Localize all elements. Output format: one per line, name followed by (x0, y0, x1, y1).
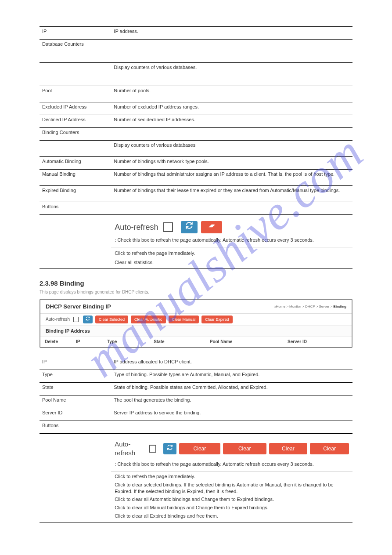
refresh-button[interactable] (181, 221, 198, 233)
refresh-desc: Click to refresh the page immediately. (111, 247, 352, 259)
col-poolname: Pool Name (205, 337, 283, 347)
panel-clear-expired-button[interactable]: Clear Expired (201, 316, 233, 323)
row-state-desc: State of binding. Possible states are Co… (111, 382, 352, 395)
row-decl-label: Declined IP Address (40, 115, 111, 128)
buttons-blank (40, 215, 111, 269)
row-expired-label: Expired Binding (40, 186, 111, 202)
buttons-head: Buttons (40, 421, 352, 433)
binding-panel: DHCP Server Binding IP ⌂Home > Monitor >… (40, 299, 352, 348)
clear-selected-button[interactable]: Clear Selected (179, 443, 220, 454)
dbcounters-blank (40, 63, 111, 86)
autorefresh-checkbox[interactable] (149, 445, 156, 453)
buttons-head: Buttons (40, 202, 352, 215)
bindcounters-desc: Display counters of various databases (111, 141, 352, 157)
clear-manual-button[interactable]: Clear Manual (269, 443, 308, 454)
field-table: IPIP address allocated to DHCP client. T… (40, 357, 352, 522)
row-serverid-label: Server ID (40, 408, 111, 421)
clear-expired-button[interactable]: Clear Expired (310, 443, 349, 454)
autorefresh-label: Auto-refresh (115, 222, 158, 232)
refresh-icon (86, 316, 90, 324)
col-type: Type (103, 337, 149, 347)
autorefresh-desc: : Check this box to refresh the page aut… (115, 461, 313, 467)
bindcounters-blank (40, 141, 111, 157)
toolbar-autorefresh: Auto-refresh (115, 218, 349, 237)
section-title: 2.3.98 Binding (40, 279, 352, 287)
eraser-icon (207, 221, 216, 234)
row-pool-label: Pool Name (40, 395, 111, 408)
autorefresh-desc: : Check this box to refresh the page aut… (115, 237, 313, 243)
row-manual-desc: Number of bindings that administrator as… (111, 170, 352, 186)
buttons-blank (40, 433, 111, 522)
row-state-label: State (40, 382, 111, 395)
clear-selected-desc: Click to clear selected bindings. If the… (111, 482, 352, 497)
refresh-icon (167, 443, 173, 454)
row-expired-desc: Number of bindings that their lease time… (111, 186, 352, 202)
row-auto-desc: Number of bindings with network-type poo… (111, 157, 352, 170)
row-pool-label: Pool (40, 86, 111, 102)
autorefresh-label: Auto-refresh (115, 440, 145, 458)
erase-button[interactable] (201, 221, 222, 233)
row-manual-label: Manual Binding (40, 170, 111, 186)
col-serverid: Server ID (283, 337, 352, 347)
row-decl-desc: Number of sec declined IP addresses. (111, 115, 352, 128)
dbcounters-head: Database Counters (40, 40, 352, 63)
panel-refresh-button[interactable] (83, 316, 93, 323)
panel-clear-selected-button[interactable]: Clear Selected (95, 316, 128, 323)
clear-automatic-desc: Click to clear all Automatic bindings an… (111, 496, 352, 504)
row-ip-desc: IP address allocated to DHCP client. (111, 357, 352, 370)
panel-autorefresh-checkbox[interactable] (73, 317, 79, 322)
panel-autorefresh-label: Auto-refresh (46, 317, 70, 322)
erase-desc: Clear all statistics. (111, 259, 352, 268)
refresh-icon (185, 221, 193, 234)
panel-subhead: Binding IP Address (40, 326, 352, 337)
panel-title: DHCP Server Binding IP (46, 303, 111, 310)
row-auto-label: Automatic Binding (40, 157, 111, 170)
clear-automatic-button[interactable]: Clear Automatic (223, 443, 266, 454)
row-type-label: Type (40, 370, 111, 382)
binding-table: Delete IP Type State Pool Name Server ID (40, 337, 352, 347)
panel-clear-automatic-button[interactable]: Clear Automatic (131, 316, 166, 323)
autorefresh-checkbox[interactable] (163, 222, 173, 232)
refresh-desc: Click to refresh the page immediately. (111, 472, 352, 482)
row-pool-desc: Number of pools. (111, 86, 352, 102)
row-excl-label: Excluded IP Address (40, 102, 111, 115)
row-ip-desc: IP address. (111, 27, 352, 40)
col-state: State (149, 337, 205, 347)
stats-table: IPIP address. Database Counters Display … (40, 26, 352, 269)
toolbar-autorefresh-2: Auto-refresh Clear Selected Clear Automa… (115, 436, 349, 461)
row-serverid-desc: Server IP address to service the binding… (111, 408, 352, 421)
dbcounters-desc: Display counters of various databases. (111, 63, 352, 86)
bindcounters-head: Binding Counters (40, 128, 352, 141)
col-ip: IP (72, 337, 103, 347)
col-delete: Delete (40, 337, 72, 347)
refresh-button[interactable] (163, 443, 176, 454)
clear-expired-desc: Click to clear all Expired bindings and … (111, 513, 352, 522)
row-type-desc: Type of binding. Possible types are Auto… (111, 370, 352, 382)
row-excl-desc: Number of excluded IP address ranges. (111, 102, 352, 115)
clear-manual-desc: Click to clear all Manual bindings and C… (111, 504, 352, 513)
row-ip-label: IP (40, 357, 111, 370)
breadcrumb: ⌂Home > Monitor > DHCP > Server > Bindin… (274, 305, 346, 308)
row-ip-label: IP (40, 27, 111, 40)
panel-clear-manual-button[interactable]: Clear Manual (169, 316, 199, 323)
section-desc: This page displays bindings generated fo… (40, 290, 352, 294)
row-pool-desc: The pool that generates the binding. (111, 395, 352, 408)
